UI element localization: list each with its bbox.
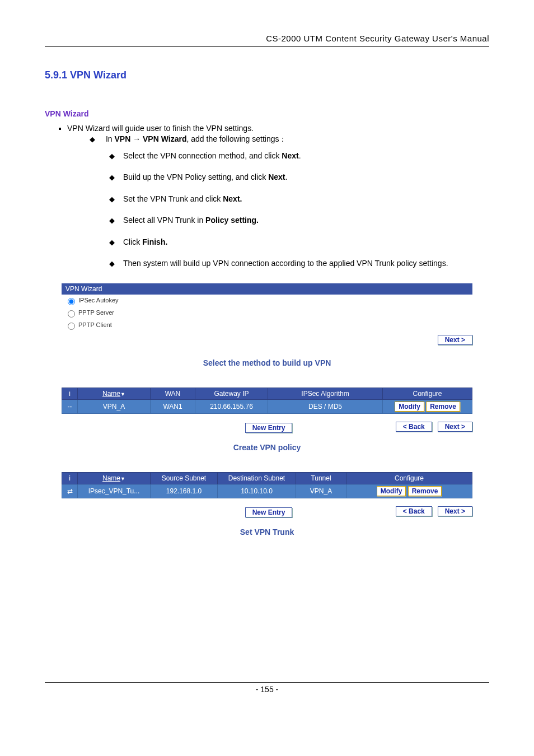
col-dst: Destination Subnet bbox=[218, 473, 296, 484]
step-4: Select all VPN Trunk in Policy setting. bbox=[109, 211, 489, 230]
new-entry-button[interactable]: New Entry bbox=[245, 507, 293, 517]
col-algo: IPSec Algorithm bbox=[268, 388, 383, 400]
vpn-trunk-figure: i Name▼ Source Subnet Destination Subnet… bbox=[62, 472, 472, 517]
trunk-icon: ⇄ bbox=[67, 487, 73, 495]
section-title: 5.9.1 VPN Wizard bbox=[45, 69, 489, 81]
radio-label-pptp-client: PPTP Client bbox=[78, 321, 112, 328]
col-gateway: Gateway IP bbox=[195, 388, 268, 400]
col-wan: WAN bbox=[151, 388, 195, 400]
caption-wizard: Select the method to build up VPN bbox=[45, 358, 489, 367]
modify-button[interactable]: Modify bbox=[377, 486, 406, 496]
next-button[interactable]: Next > bbox=[438, 422, 472, 432]
col-tunnel: Tunnel bbox=[296, 473, 346, 484]
cell-src: 192.168.1.0 bbox=[151, 484, 218, 498]
table-row: ⇄ IPsec_VPN_Tu... 192.168.1.0 10.10.10.0… bbox=[62, 484, 472, 498]
cell-icon: ⇄ bbox=[62, 484, 78, 498]
col-src: Source Subnet bbox=[151, 473, 218, 484]
remove-button[interactable]: Remove bbox=[426, 402, 460, 412]
col-i: i bbox=[62, 388, 78, 400]
cell-config: Modify Remove bbox=[346, 484, 472, 498]
radio-pptp-client[interactable] bbox=[68, 323, 75, 330]
intro-text: VPN Wizard will guide user to finish the… bbox=[67, 124, 254, 133]
col-i: i bbox=[62, 473, 78, 484]
vpn-wizard-panel: VPN Wizard IPSec Autokey PPTP Server PPT… bbox=[62, 283, 472, 348]
cell-name: VPN_A bbox=[78, 400, 151, 414]
remove-button[interactable]: Remove bbox=[408, 486, 442, 496]
page-footer: - 155 - bbox=[45, 682, 489, 694]
intro-item: VPN Wizard will guide user to finish the… bbox=[67, 124, 489, 273]
col-name[interactable]: Name▼ bbox=[78, 473, 151, 484]
caption-trunk: Set VPN Trunk bbox=[45, 528, 489, 536]
radio-pptp-server[interactable] bbox=[68, 310, 75, 318]
step-1: Select the VPN connection method, and cl… bbox=[109, 146, 489, 166]
vpn-policy-figure: i Name▼ WAN Gateway IP IPSec Algorithm C… bbox=[62, 388, 472, 433]
step-3: Set the VPN Trunk and click Next. bbox=[109, 189, 489, 209]
wizard-title-bar: VPN Wizard bbox=[62, 283, 472, 295]
new-entry-button[interactable]: New Entry bbox=[245, 423, 293, 433]
cell-wan: WAN1 bbox=[151, 400, 195, 414]
back-button[interactable]: < Back bbox=[396, 422, 432, 432]
cell-config: Modify Remove bbox=[383, 400, 472, 414]
vpn-policy-table: i Name▼ WAN Gateway IP IPSec Algorithm C… bbox=[62, 388, 472, 414]
caption-policy: Create VPN policy bbox=[45, 443, 489, 452]
cell-name: IPsec_VPN_Tu... bbox=[78, 484, 151, 498]
step-2: Build up the VPN Policy setting, and cli… bbox=[109, 167, 489, 187]
radio-label-ipsec: IPSec Autokey bbox=[78, 297, 119, 304]
cell-i: -- bbox=[62, 400, 78, 414]
table-row: -- VPN_A WAN1 210.66.155.76 DES / MD5 Mo… bbox=[62, 400, 472, 414]
page-header: CS-2000 UTM Content Security Gateway Use… bbox=[45, 34, 489, 47]
wizard-next-button[interactable]: Next > bbox=[438, 335, 472, 345]
cell-algo: DES / MD5 bbox=[268, 400, 383, 414]
step-intro: In VPN → VPN Wizard, add the following s… bbox=[90, 134, 489, 273]
back-button[interactable]: < Back bbox=[396, 506, 432, 516]
col-configure: Configure bbox=[346, 473, 472, 484]
next-button[interactable]: Next > bbox=[438, 506, 472, 516]
modify-button[interactable]: Modify bbox=[395, 402, 424, 412]
subsection-title: VPN Wizard bbox=[45, 109, 489, 118]
cell-gw: 210.66.155.76 bbox=[195, 400, 268, 414]
cell-tunnel: VPN_A bbox=[296, 484, 346, 498]
step-5: Click Finish. bbox=[109, 232, 489, 252]
radio-ipsec-autokey[interactable] bbox=[68, 298, 75, 305]
cell-dst: 10.10.10.0 bbox=[218, 484, 296, 498]
vpn-trunk-table: i Name▼ Source Subnet Destination Subnet… bbox=[62, 472, 472, 498]
col-name[interactable]: Name▼ bbox=[78, 388, 151, 400]
col-configure: Configure bbox=[383, 388, 472, 400]
step-6: Then system will build up VPN connection… bbox=[109, 254, 489, 273]
radio-label-pptp-server: PPTP Server bbox=[78, 309, 114, 316]
